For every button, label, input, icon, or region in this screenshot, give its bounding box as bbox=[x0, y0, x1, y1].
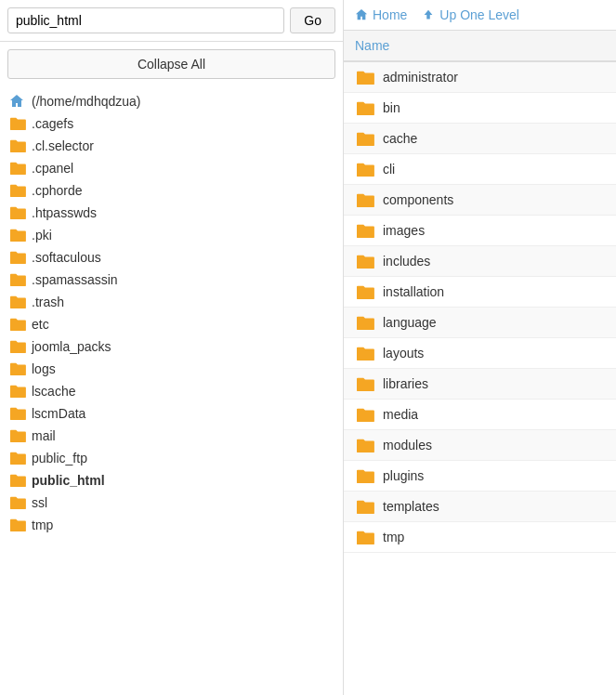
folder-icon bbox=[9, 272, 26, 287]
folder-icon bbox=[9, 339, 26, 354]
tree-item[interactable]: mail bbox=[0, 425, 343, 447]
name-cell: administrator bbox=[344, 62, 616, 92]
table-row[interactable]: cli bbox=[344, 154, 616, 185]
name-cell: components bbox=[344, 185, 616, 215]
tree-item-label: public_html bbox=[32, 473, 105, 488]
tree-item[interactable]: .cl.selector bbox=[0, 135, 343, 157]
folder-icon bbox=[355, 406, 375, 423]
tree-item[interactable]: .pki bbox=[0, 224, 343, 246]
tree-item-label: .cphorde bbox=[32, 183, 82, 198]
tree-item-label: public_ftp bbox=[32, 451, 87, 466]
tree-item[interactable]: joomla_packs bbox=[0, 335, 343, 358]
name-cell: libraries bbox=[344, 369, 616, 399]
name-cell: cache bbox=[344, 124, 616, 153]
table-row[interactable]: layouts bbox=[344, 338, 616, 369]
folder-icon bbox=[355, 529, 375, 545]
right-content: Name administrator bin cache cli compone… bbox=[344, 31, 616, 695]
folder-icon bbox=[355, 498, 375, 515]
table-row[interactable]: includes bbox=[344, 246, 616, 277]
tree-item-label: .cagefs bbox=[32, 116, 73, 131]
tree-item[interactable]: .trash bbox=[0, 291, 343, 313]
name-cell: installation bbox=[344, 277, 616, 307]
tree-item-label: lscache bbox=[32, 384, 75, 399]
go-button[interactable]: Go bbox=[290, 7, 335, 33]
file-name: language bbox=[383, 315, 437, 330]
folder-icon bbox=[355, 69, 375, 85]
home-toolbar-icon bbox=[355, 8, 368, 21]
folder-icon bbox=[9, 451, 26, 466]
table-row[interactable]: language bbox=[344, 308, 616, 338]
folder-icon bbox=[355, 222, 375, 239]
tree-item[interactable]: .spamassassin bbox=[0, 269, 343, 291]
tree-item-label: joomla_packs bbox=[32, 339, 111, 354]
tree-item[interactable]: lscache bbox=[0, 380, 343, 402]
tree-list: .cagefs .cl.selector .cpanel .cphorde .h… bbox=[0, 112, 343, 536]
table-row[interactable]: tmp bbox=[344, 522, 616, 553]
folder-icon bbox=[9, 116, 26, 131]
tree-item[interactable]: .softaculous bbox=[0, 246, 343, 269]
tree-item-label: .spamassassin bbox=[32, 272, 118, 287]
folder-icon bbox=[9, 205, 26, 220]
table-row[interactable]: modules bbox=[344, 430, 616, 461]
home-icon bbox=[9, 94, 26, 109]
tree-item[interactable]: ssl bbox=[0, 492, 343, 514]
table-row[interactable]: administrator bbox=[344, 61, 616, 93]
table-row[interactable]: plugins bbox=[344, 461, 616, 492]
name-cell: templates bbox=[344, 492, 616, 521]
file-name: media bbox=[383, 407, 418, 422]
home-label: (/home/mdhqdzua) bbox=[32, 94, 141, 109]
tree-item[interactable]: public_ftp bbox=[0, 447, 343, 469]
name-cell: media bbox=[344, 400, 616, 429]
file-name: libraries bbox=[383, 376, 428, 391]
tree-item-label: .htpasswds bbox=[32, 205, 97, 220]
tree-item[interactable]: logs bbox=[0, 358, 343, 380]
file-name: modules bbox=[383, 438, 432, 452]
collapse-all-button[interactable]: Collapse All bbox=[7, 49, 335, 79]
tree-item-label: tmp bbox=[32, 518, 53, 532]
table-row[interactable]: cache bbox=[344, 124, 616, 154]
search-bar: Go bbox=[0, 0, 343, 42]
table-row[interactable]: bin bbox=[344, 93, 616, 124]
tree-item-label: .pki bbox=[32, 228, 52, 243]
name-cell: language bbox=[344, 308, 616, 337]
table-row[interactable]: libraries bbox=[344, 369, 616, 400]
tree-item-label: lscmData bbox=[32, 406, 85, 421]
tree-item[interactable]: lscmData bbox=[0, 402, 343, 425]
file-name: plugins bbox=[383, 468, 424, 483]
file-name: components bbox=[383, 192, 453, 207]
file-name: images bbox=[383, 223, 425, 238]
folder-icon bbox=[355, 130, 375, 147]
tree-item[interactable]: tmp bbox=[0, 514, 343, 536]
tree-item-label: .trash bbox=[32, 295, 64, 309]
tree-item[interactable]: etc bbox=[0, 313, 343, 335]
up-arrow-icon bbox=[422, 8, 435, 21]
up-one-level-button[interactable]: Up One Level bbox=[422, 7, 519, 22]
tree-item[interactable]: .cphorde bbox=[0, 179, 343, 202]
search-input[interactable] bbox=[7, 7, 284, 33]
right-toolbar: Home Up One Level bbox=[344, 0, 616, 31]
folder-icon bbox=[355, 283, 375, 300]
file-table: Name administrator bin cache cli compone… bbox=[344, 31, 616, 553]
tree-item[interactable]: .cagefs bbox=[0, 112, 343, 135]
table-row[interactable]: installation bbox=[344, 277, 616, 308]
file-name: templates bbox=[383, 499, 439, 514]
tree-home-item[interactable]: (/home/mdhqdzua) bbox=[0, 90, 343, 112]
tree-item[interactable]: .htpasswds bbox=[0, 202, 343, 224]
folder-icon bbox=[355, 99, 375, 116]
folder-icon bbox=[9, 473, 26, 488]
tree-item[interactable]: public_html bbox=[0, 469, 343, 492]
table-row[interactable]: media bbox=[344, 400, 616, 430]
tree-item[interactable]: .cpanel bbox=[0, 157, 343, 179]
home-toolbar-button[interactable]: Home bbox=[355, 7, 407, 22]
folder-icon bbox=[355, 191, 375, 208]
table-row[interactable]: components bbox=[344, 185, 616, 216]
file-name: administrator bbox=[383, 70, 458, 85]
tree-item-label: ssl bbox=[32, 495, 47, 510]
table-row[interactable]: templates bbox=[344, 492, 616, 522]
table-row[interactable]: images bbox=[344, 216, 616, 246]
folder-icon bbox=[9, 250, 26, 265]
tree-item-label: etc bbox=[32, 317, 49, 332]
name-cell: includes bbox=[344, 246, 616, 276]
file-table-body: administrator bin cache cli components i… bbox=[344, 61, 616, 553]
name-cell: bin bbox=[344, 93, 616, 123]
